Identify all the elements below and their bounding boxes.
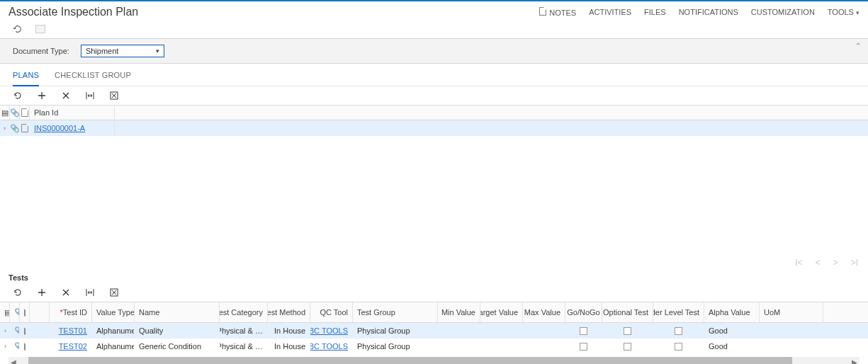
row-attach[interactable]: 🔗 [10, 120, 20, 136]
test-id-link[interactable]: TEST01 [59, 326, 87, 335]
col-blank [30, 302, 50, 322]
col-plan-id[interactable]: Plan Id [30, 106, 115, 120]
col-order-level-test[interactable]: Order Level Test [653, 302, 704, 322]
next-page-icon[interactable]: > [833, 258, 838, 268]
paperclip-icon: 🔗 [14, 308, 20, 317]
test-group-cell: Physical Group [353, 342, 438, 351]
export-button[interactable] [109, 91, 119, 101]
refresh-button[interactable] [13, 91, 23, 101]
col-test-id[interactable]: Test ID [50, 302, 92, 322]
col-qc-tool[interactable]: QC Tool [310, 302, 353, 322]
col-target-value[interactable]: Target Value [480, 302, 523, 322]
fit-columns-button[interactable] [85, 288, 95, 297]
activities-link[interactable]: ACTIVITIES [589, 8, 631, 16]
col-attach[interactable]: 🔗 [10, 106, 20, 120]
row-doc[interactable] [20, 342, 30, 351]
doc-type-value: Shipment [81, 47, 152, 55]
qc-tool-link[interactable]: ABC TOOLS [310, 326, 348, 335]
page-header: Associate Inspection Plan NOTES ACTIVITI… [0, 1, 868, 21]
save-button[interactable] [35, 24, 45, 34]
go-nogo-checkbox[interactable] [580, 327, 587, 335]
row-expand[interactable]: › [0, 343, 10, 350]
horizontal-scrollbar[interactable]: ◀ ▶ [9, 357, 859, 364]
col-max-value[interactable]: Max Value [523, 302, 565, 322]
customization-link[interactable]: CUSTOMIZATION [751, 8, 815, 16]
col-value-type[interactable]: Value Type [92, 302, 135, 322]
col-attach[interactable]: 🔗 [10, 302, 20, 322]
export-button[interactable] [109, 288, 119, 297]
tools-menu[interactable]: TOOLS ▾ [828, 8, 859, 16]
collapse-icon[interactable]: ⌃ [855, 42, 861, 50]
name-cell: Generic Condition [135, 342, 220, 351]
test-row[interactable]: ›🔗TEST01AlphanumericQualityPhysical & …I… [0, 323, 868, 339]
notes-link[interactable]: NOTES [539, 7, 576, 17]
order-level-checkbox[interactable] [675, 343, 682, 351]
plans-grid-header: ▤ 🔗 Plan Id [0, 105, 868, 120]
tests-grid-body: ›🔗TEST01AlphanumericQualityPhysical & …I… [0, 323, 868, 354]
test-id-link[interactable]: TEST02 [59, 342, 87, 351]
col-uom[interactable]: UoM [760, 302, 823, 322]
delete-button[interactable] [61, 91, 71, 101]
undo-button[interactable] [13, 24, 23, 34]
files-link[interactable]: FILES [644, 8, 666, 16]
optional-checkbox[interactable] [624, 343, 631, 351]
last-page-icon[interactable]: >I [851, 258, 858, 268]
plans-pager: I< < > >I [0, 255, 868, 271]
col-doc[interactable] [20, 106, 30, 120]
row-doc[interactable] [20, 326, 30, 335]
tab-plans[interactable]: PLANS [13, 69, 39, 86]
test-row[interactable]: ›🔗TEST02AlphanumericGeneric ConditionPhy… [0, 339, 868, 354]
col-alpha-value[interactable]: Alpha Value [704, 302, 760, 322]
plan-id-link[interactable]: INS0000001-A [34, 124, 85, 132]
chevron-down-icon: ▾ [152, 47, 164, 55]
scroll-left-icon[interactable]: ◀ [9, 358, 18, 364]
go-nogo-cell [565, 343, 602, 351]
col-test-category[interactable]: Test Category [220, 302, 268, 322]
document-icon [21, 108, 28, 117]
col-optional-test[interactable]: Optional Test [602, 302, 653, 322]
doc-type-select[interactable]: Shipment ▾ [81, 45, 164, 57]
col-doc[interactable] [20, 302, 30, 322]
page-title: Associate Inspection Plan [9, 6, 539, 18]
delete-button[interactable] [61, 288, 71, 297]
header-links: NOTES ACTIVITIES FILES NOTIFICATIONS CUS… [539, 7, 859, 17]
go-nogo-checkbox[interactable] [580, 343, 587, 351]
scrollbar-thumb[interactable] [28, 357, 792, 364]
test-id-cell: TEST01 [50, 326, 92, 335]
optional-cell [602, 343, 653, 351]
row-attach[interactable]: 🔗 [10, 326, 20, 336]
col-test-group[interactable]: Test Group [353, 302, 438, 322]
row-expand[interactable]: › [0, 327, 10, 334]
method-cell: In House [268, 326, 310, 335]
notes-icon [539, 7, 546, 16]
add-button[interactable] [37, 91, 47, 101]
col-test-method[interactable]: Test Method [268, 302, 310, 322]
scroll-right-icon[interactable]: ▶ [850, 358, 859, 364]
qc-tool-link[interactable]: ABC TOOLS [310, 342, 348, 351]
col-name[interactable]: Name [135, 302, 220, 322]
alpha-cell: Good [704, 342, 760, 351]
prev-page-icon[interactable]: < [816, 258, 821, 268]
paperclip-icon: 🔗 [14, 326, 20, 336]
tests-grid-header: ▤ 🔗 Test ID Value Type Name Test Categor… [0, 302, 868, 323]
chevron-right-icon: › [4, 125, 6, 132]
fit-columns-button[interactable] [85, 91, 95, 101]
row-attach[interactable]: 🔗 [10, 342, 20, 351]
row-expand[interactable]: › [0, 120, 10, 136]
row-doc[interactable] [20, 120, 30, 136]
plan-row[interactable]: › 🔗 INS0000001-A [0, 120, 868, 136]
first-page-icon[interactable]: I< [795, 258, 802, 268]
col-expand[interactable]: ▤ [0, 106, 10, 120]
refresh-button[interactable] [13, 288, 23, 297]
notifications-link[interactable]: NOTIFICATIONS [679, 8, 738, 16]
order-level-checkbox[interactable] [675, 327, 682, 335]
add-button[interactable] [37, 288, 47, 297]
col-min-value[interactable]: Min Value [438, 302, 480, 322]
col-go-nogo[interactable]: Go/NoGo [565, 302, 602, 322]
doc-type-label: Document Type: [13, 47, 69, 55]
optional-checkbox[interactable] [624, 327, 631, 335]
order-level-cell [653, 327, 704, 335]
tab-checklist[interactable]: CHECKLIST GROUP [55, 69, 131, 86]
col-expand[interactable]: ▤ [0, 302, 10, 322]
tab-bar: PLANS CHECKLIST GROUP [0, 64, 868, 86]
